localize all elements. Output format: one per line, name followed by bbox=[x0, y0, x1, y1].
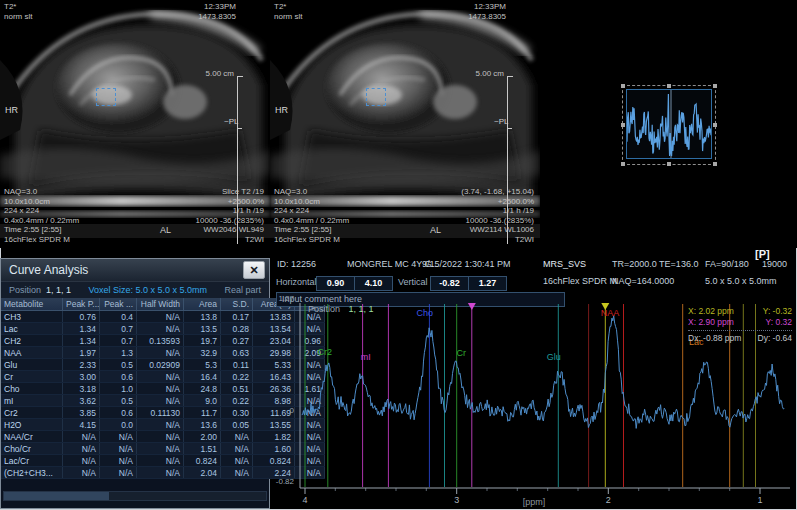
table-cell: N/A bbox=[100, 467, 137, 479]
horizontal-label: Horizontal bbox=[276, 277, 317, 287]
delta-x: Dx: -0.88 ppm bbox=[688, 333, 741, 344]
metabolite-row[interactable]: NAA/CrN/AN/AN/A2.00N/A1.82N/A bbox=[1, 431, 325, 443]
column-header[interactable]: Peak ... bbox=[100, 298, 137, 311]
orientation-al-label: AL bbox=[160, 226, 171, 236]
real-part-label: Real part bbox=[224, 285, 261, 295]
scan-number: 1473.8305 bbox=[198, 12, 236, 22]
flip-angle: FA=90/180 bbox=[705, 259, 749, 269]
close-button[interactable]: ✕ bbox=[243, 261, 265, 279]
selection-handle[interactable] bbox=[621, 162, 625, 166]
voxel-roi-box[interactable] bbox=[96, 88, 116, 106]
scan-param-line: 0.4x0.4mm / 0.22mm bbox=[274, 216, 349, 226]
selection-handle[interactable] bbox=[621, 84, 625, 88]
table-cell: 13.54 bbox=[253, 323, 295, 335]
table-cell: 0.824 bbox=[184, 455, 221, 467]
table-cell: 5.33 bbox=[253, 359, 295, 371]
voxel-size-label: Voxel Size: 5.0 x 5.0 x 5.0mm bbox=[76, 285, 219, 295]
sequence-annotation: T2* norm slt bbox=[4, 2, 32, 21]
bandwidth-value: 19000 bbox=[762, 259, 787, 269]
table-cell: 13.8 bbox=[184, 311, 221, 323]
position-value: 1, 1, 1 bbox=[46, 285, 71, 295]
horizontal-max-field[interactable]: 4.10 bbox=[354, 276, 393, 291]
column-header[interactable]: Peak P... bbox=[63, 298, 100, 311]
metabolite-row[interactable]: Cr3.000.6N/A16.40.2216.43N/A bbox=[1, 371, 325, 383]
close-icon: ✕ bbox=[249, 264, 258, 277]
scan-info-line: +2500.0% bbox=[461, 197, 534, 207]
table-cell: 2.04 bbox=[184, 467, 221, 479]
column-header[interactable]: Area bbox=[184, 298, 221, 311]
table-cell: Cr2 bbox=[1, 407, 63, 419]
scan-number: 1473.8305 bbox=[468, 12, 506, 22]
table-cell: 1.34 bbox=[63, 335, 100, 347]
selection-rectangle[interactable] bbox=[622, 85, 716, 165]
horizontal-scrollbar[interactable] bbox=[3, 491, 267, 501]
table-cell: N/A bbox=[137, 419, 184, 431]
table-cell: 13.6 bbox=[184, 419, 221, 431]
readout-divider bbox=[688, 330, 792, 331]
table-cell: 0.27 bbox=[221, 335, 253, 347]
preview-spectrum-box bbox=[626, 89, 712, 159]
table-cell: mI bbox=[1, 395, 63, 407]
vertical-min-field[interactable]: -0.82 bbox=[430, 276, 469, 291]
table-cell: N/A bbox=[137, 431, 184, 443]
table-cell: 3.85 bbox=[63, 407, 100, 419]
column-header[interactable]: S.D. bbox=[221, 298, 253, 311]
scrollbar-thumb[interactable] bbox=[4, 492, 109, 500]
table-cell: N/A bbox=[137, 395, 184, 407]
horizontal-min-field[interactable]: 0.90 bbox=[316, 276, 355, 291]
selection-handle[interactable] bbox=[621, 123, 625, 127]
mri-viewport-1[interactable]: T2* norm slt 12:33PM 1473.8305 HR 5.00 c… bbox=[0, 0, 270, 248]
metabolite-label: Cho bbox=[417, 308, 434, 318]
table-cell: 9.0 bbox=[184, 395, 221, 407]
voxel-dimensions: 5.0 x 5.0 x 5.0mm bbox=[705, 276, 777, 286]
selection-handle[interactable] bbox=[667, 162, 671, 166]
table-cell: N/A bbox=[63, 467, 100, 479]
scan-info-line: T2WI bbox=[461, 235, 534, 245]
table-cell: 29.98 bbox=[253, 347, 295, 359]
vertical-label: Vertical bbox=[398, 277, 428, 287]
column-header[interactable]: Metabolite bbox=[1, 298, 63, 311]
norm-label: norm slt bbox=[274, 12, 302, 22]
metabolite-row[interactable]: mI3.620.5N/A9.00.228.98N/A bbox=[1, 395, 325, 407]
cursor2-readout: X: 2.90 ppm Y: 0.32 bbox=[688, 317, 792, 328]
column-header[interactable]: Half Width bbox=[137, 298, 184, 311]
metabolite-table: MetabolitePeak P...Peak ...Half WidthAre… bbox=[1, 298, 325, 479]
scan-info-block: (3.74, -1.68, +15.04)+2500.0%1/1 h /1910… bbox=[461, 187, 534, 244]
scan-params-block: NAQ=3.010.0x10.0cm224 x 2240.4x0.4mm / 0… bbox=[4, 187, 79, 244]
metabolite-row[interactable]: Cho/CrN/AN/AN/A1.51N/A1.60N/A bbox=[1, 443, 325, 455]
scan-param-line: 16chFlex SPDR M bbox=[274, 235, 349, 245]
table-cell: 13.55 bbox=[253, 419, 295, 431]
table-cell: N/A bbox=[137, 443, 184, 455]
table-cell: N/A bbox=[137, 323, 184, 335]
scan-info-line: WW2114 WL1006 bbox=[461, 225, 534, 235]
metabolite-row[interactable]: Cho3.181.0N/A24.80.5126.361.61 bbox=[1, 383, 325, 395]
selection-handle[interactable] bbox=[713, 123, 717, 127]
spectrum-preview-pane[interactable] bbox=[540, 0, 797, 248]
panel-titlebar[interactable]: Curve Analysis ✕ bbox=[1, 259, 269, 282]
selection-handle[interactable] bbox=[713, 84, 717, 88]
table-cell: 32.9 bbox=[184, 347, 221, 359]
metabolite-row[interactable]: H2O4.150.0N/A13.60.0513.55N/A bbox=[1, 419, 325, 431]
metabolite-row[interactable]: Glu2.330.50.029095.30.115.33N/A bbox=[1, 359, 325, 371]
metabolite-row[interactable]: Lac/CrN/AN/AN/A0.824N/A0.824N/A bbox=[1, 455, 325, 467]
metabolite-row[interactable]: CH30.760.4N/A13.80.1713.83N/A bbox=[1, 311, 325, 323]
scale-length-label: 5.00 cm bbox=[196, 69, 234, 79]
table-cell: 13.5 bbox=[184, 323, 221, 335]
vertical-max-field[interactable]: 1.27 bbox=[468, 276, 507, 291]
table-cell: N/A bbox=[137, 311, 184, 323]
metabolite-row[interactable]: CH21.340.70.1359319.70.2723.040.96 bbox=[1, 335, 325, 347]
time-annotation: 12:33PM 1473.8305 bbox=[198, 2, 236, 21]
voxel-roi-box[interactable] bbox=[366, 88, 386, 106]
metabolite-row[interactable]: Lac1.340.7N/A13.50.2813.54N/A bbox=[1, 323, 325, 335]
table-cell: 0.6 bbox=[100, 407, 137, 419]
scan-param-line: NAQ=3.0 bbox=[274, 187, 349, 197]
mri-viewport-2[interactable]: T2* norm slt 12:33PM 1473.8305 HR 5.00 c… bbox=[270, 0, 540, 248]
scan-info-line: WW2046 WL949 bbox=[196, 225, 265, 235]
cursor-handle[interactable] bbox=[468, 303, 476, 310]
selection-handle[interactable] bbox=[713, 162, 717, 166]
position-label: Position bbox=[9, 285, 41, 295]
selection-handle[interactable] bbox=[667, 84, 671, 88]
scan-info-line: Slice T2 /19 bbox=[196, 187, 265, 197]
table-cell: N/A bbox=[100, 455, 137, 467]
metabolite-row[interactable]: NAA1.971.3N/A32.90.6329.982.09 bbox=[1, 347, 325, 359]
